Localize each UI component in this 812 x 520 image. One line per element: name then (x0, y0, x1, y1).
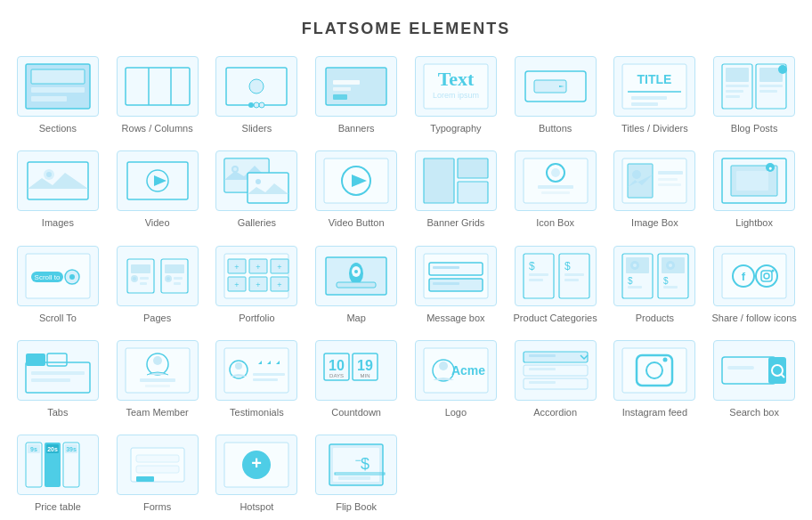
item-share-follow-icons[interactable]: f Share / follow icons (707, 240, 801, 329)
item-sliders-label: Sliders (242, 122, 272, 134)
svg-rect-202 (338, 476, 370, 480)
svg-point-129 (669, 264, 672, 267)
svg-rect-54 (458, 158, 488, 178)
item-buttons[interactable]: Buttons (508, 51, 603, 140)
svg-text:+: + (235, 263, 240, 272)
item-instagram-feed[interactable]: Instagram feed (608, 335, 702, 424)
item-lightbox[interactable]: ● Lightbox (707, 145, 801, 234)
svg-point-58 (551, 168, 560, 177)
item-lightbox-label: Lightbox (735, 216, 773, 229)
item-search-box[interactable]: Search box (707, 335, 801, 424)
svg-rect-36 (759, 90, 777, 93)
svg-rect-87 (174, 277, 183, 280)
item-galleries[interactable]: Galleries (210, 145, 304, 234)
item-testimonials[interactable]: Testimonials (210, 335, 304, 424)
item-accordion[interactable]: Accordion (508, 335, 603, 424)
item-images-label: Images (42, 216, 74, 229)
item-video-button[interactable]: Video Button (309, 145, 403, 234)
item-team-member[interactable]: Team Member (110, 335, 205, 424)
svg-text:$: $ (628, 276, 633, 286)
svg-point-63 (632, 170, 641, 179)
svg-point-138 (772, 269, 775, 272)
item-sliders[interactable]: Sliders (210, 51, 304, 140)
item-typography[interactable]: Text Lorem ipsum Typography (409, 51, 503, 140)
item-sections[interactable]: Sections (11, 51, 105, 140)
svg-rect-131 (663, 286, 678, 288)
item-flip-book[interactable]: $ − Flip Book (309, 429, 403, 518)
svg-rect-35 (759, 85, 783, 87)
item-images[interactable]: Images (11, 145, 105, 234)
item-tabs[interactable]: Tabs (11, 335, 105, 424)
item-banners[interactable]: Banners (309, 51, 403, 140)
svg-rect-66 (658, 183, 681, 186)
svg-text:Lorem ipsum: Lorem ipsum (433, 91, 479, 100)
item-video[interactable]: Video (110, 145, 205, 234)
svg-rect-148 (145, 385, 170, 387)
svg-text:$: $ (564, 260, 571, 272)
svg-point-76 (69, 274, 75, 280)
item-tabs-label: Tabs (47, 406, 68, 418)
svg-rect-55 (458, 182, 488, 203)
svg-point-11 (248, 102, 254, 108)
svg-rect-155 (253, 373, 285, 376)
item-blog-posts[interactable]: Blog Posts (707, 51, 801, 140)
item-price-table[interactable]: 9s 20s 39s Price table (11, 429, 105, 518)
svg-rect-147 (140, 378, 175, 382)
svg-point-105 (354, 270, 358, 273)
svg-point-176 (663, 357, 668, 362)
item-testimonials-label: Testimonials (230, 406, 284, 418)
item-pages[interactable]: Pages (110, 240, 205, 329)
svg-rect-83 (161, 259, 188, 293)
svg-point-165 (439, 362, 448, 370)
item-rows-columns[interactable]: Rows / Columns (110, 51, 205, 140)
svg-text:Acme: Acme (451, 363, 485, 378)
item-product-categories[interactable]: $ $ Product Categories (508, 240, 603, 329)
item-products-label: Products (636, 312, 674, 324)
svg-rect-31 (726, 90, 743, 93)
item-hotspot[interactable]: + Hotspot (210, 429, 304, 518)
item-typography-label: Typography (430, 122, 481, 134)
item-share-follow-icons-label: Share / follow icons (711, 312, 796, 324)
svg-rect-172 (529, 381, 556, 384)
item-countdown[interactable]: 10 DAYS 19 MIN Countdown (309, 335, 403, 424)
page-title: FLATSOME ELEMENTS (0, 0, 812, 51)
svg-rect-32 (726, 95, 740, 98)
item-blog-posts-label: Blog Posts (731, 122, 778, 134)
item-sections-label: Sections (39, 122, 77, 134)
item-logo[interactable]: Acme Logo (409, 335, 503, 424)
svg-rect-27 (631, 102, 658, 106)
item-products[interactable]: $ $ Products (608, 240, 702, 329)
item-scroll-to[interactable]: Scroll to Scroll To (11, 240, 105, 329)
svg-rect-1 (31, 69, 85, 84)
svg-point-47 (233, 167, 237, 171)
svg-text:+: + (256, 280, 261, 289)
svg-point-151 (235, 362, 242, 370)
item-banner-grids[interactable]: Banner Grids (409, 145, 503, 234)
svg-point-123 (633, 264, 637, 267)
svg-rect-16 (333, 87, 351, 91)
item-forms[interactable]: Forms (110, 429, 205, 518)
svg-point-49 (256, 179, 261, 184)
svg-rect-143 (31, 378, 70, 382)
svg-text:+: + (252, 453, 263, 473)
item-image-box[interactable]: Image Box (608, 145, 702, 234)
item-titles-dividers[interactable]: TITLE Titles / Dividers (608, 51, 702, 140)
svg-rect-59 (538, 185, 573, 189)
item-portfolio[interactable]: + + + + + + Portfolio (210, 240, 304, 329)
item-video-label: Video (145, 216, 170, 229)
item-message-box[interactable]: Message box (409, 240, 503, 329)
item-rows-columns-label: Rows / Columns (122, 122, 193, 134)
svg-rect-81 (140, 277, 149, 280)
svg-text:TITLE: TITLE (637, 72, 672, 86)
svg-rect-77 (127, 259, 154, 293)
item-icon-box[interactable]: Icon Box (508, 145, 603, 234)
svg-rect-106 (337, 282, 376, 288)
item-map[interactable]: Map (309, 240, 403, 329)
svg-rect-2 (31, 87, 85, 93)
svg-rect-181 (727, 366, 754, 370)
item-portfolio-label: Portfolio (239, 312, 274, 324)
svg-text:+: + (278, 263, 282, 272)
svg-rect-15 (333, 80, 360, 85)
item-message-box-label: Message box (426, 312, 484, 324)
svg-point-80 (133, 277, 136, 280)
